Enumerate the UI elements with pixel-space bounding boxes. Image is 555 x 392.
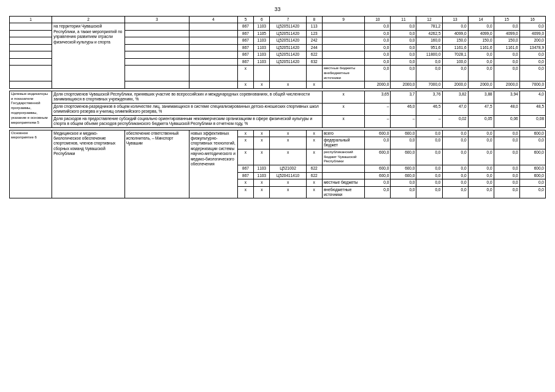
main-table: 1 2 3 4 5 6 7 8 9 10 11 12 13 14 15 16 <box>9 16 546 198</box>
hdr-8: 8 <box>306 17 322 23</box>
hdr-9: 9 <box>322 17 364 23</box>
hdr-10: 10 <box>365 17 391 23</box>
targets-row-3: Доля расходов на предоставление субсидий… <box>10 115 546 127</box>
hdr-2: 2 <box>52 17 124 23</box>
hdr-5: 5 <box>237 17 253 23</box>
page: 33 1 2 3 4 5 6 7 8 9 10 11 12 13 1 <box>0 0 555 392</box>
targets-row-2: Доля спортсменов-разрядников в общем кол… <box>10 103 546 115</box>
hdr-4: 4 <box>189 17 237 23</box>
hdr-3: 3 <box>124 17 189 23</box>
header-row: 1 2 3 4 5 6 7 8 9 10 11 12 13 14 15 16 <box>10 17 546 23</box>
hdr-16: 16 <box>519 17 545 23</box>
hdr-15: 15 <box>494 17 519 23</box>
hdr-14: 14 <box>468 17 494 23</box>
table-row: на территории Чувашской Республики, а та… <box>10 23 546 30</box>
hdr-6: 6 <box>254 17 270 23</box>
hdr-1: 1 <box>10 17 52 23</box>
hdr-12: 12 <box>416 17 442 23</box>
hdr-11: 11 <box>391 17 416 23</box>
hdr-7: 7 <box>270 17 306 23</box>
page-number: 33 <box>9 6 546 12</box>
main-event-row-1: Основное мероприятие 6 Медицинское и мед… <box>10 130 546 137</box>
targets-row: Целевые индикаторы и показатели Государс… <box>10 91 546 103</box>
hdr-13: 13 <box>442 17 468 23</box>
